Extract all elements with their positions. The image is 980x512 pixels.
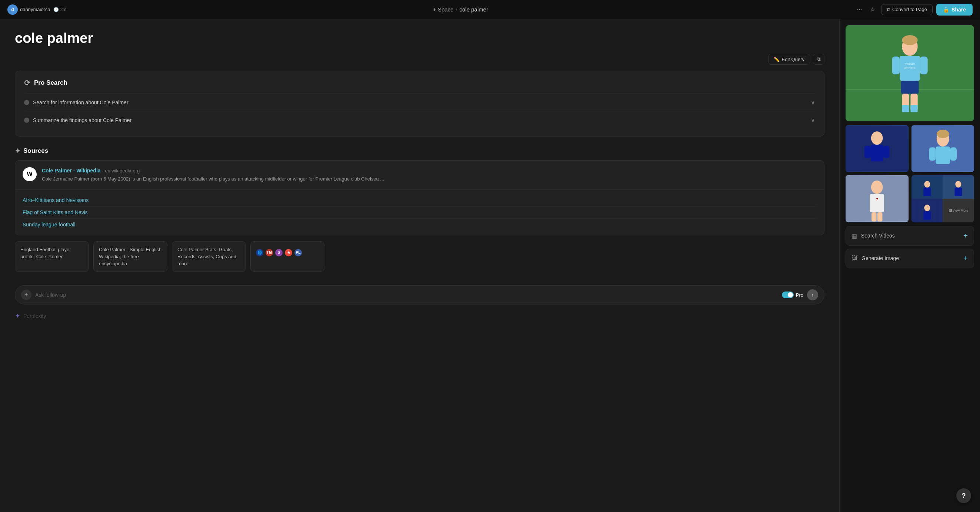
edit-query-button[interactable]: ✏️ Edit Query xyxy=(768,54,810,65)
lock-icon: 🔒 xyxy=(943,7,949,13)
share-label: Share xyxy=(951,7,966,13)
step-1-label: Search for information about Cole Palmer xyxy=(33,100,129,105)
thumb-grid-inner: 🖼 View More xyxy=(912,175,974,222)
step-2-left: Summarize the findings about Cole Palmer xyxy=(24,117,132,123)
pro-toggle-switch[interactable] xyxy=(782,292,794,298)
bookmark-button[interactable]: ☆ xyxy=(868,4,877,15)
image-gen-icon: 🖼 xyxy=(852,255,858,262)
svg-rect-37 xyxy=(955,187,962,196)
svg-point-39 xyxy=(924,204,930,211)
copy-button[interactable]: ⧉ xyxy=(813,54,824,65)
thumb-img-1 xyxy=(846,125,908,172)
send-icon: ↑ xyxy=(811,292,814,298)
help-button[interactable]: ? xyxy=(956,488,971,503)
thumbnail-1[interactable] xyxy=(846,125,908,172)
main-layout: cole palmer ✏️ Edit Query ⧉ ⟳ Pro Search… xyxy=(0,19,980,512)
svg-rect-8 xyxy=(901,81,918,94)
svg-rect-6 xyxy=(892,57,900,75)
svg-point-33 xyxy=(924,181,930,187)
separator: / xyxy=(455,6,457,13)
svg-rect-28 xyxy=(870,194,884,213)
breadcrumb: + Space / cole palmer xyxy=(433,6,488,13)
attach-button[interactable]: + xyxy=(21,290,32,300)
username: dannymaiorca xyxy=(20,7,50,12)
source-card-2[interactable]: Cole Palmer - Simple English Wikipedia, … xyxy=(93,241,167,272)
source-title-row: Cole Palmer - Wikipedia · en.wikipedia.o… xyxy=(42,167,817,174)
perplexity-icon: ✦ xyxy=(15,312,21,320)
edit-query-label: Edit Query xyxy=(782,57,805,62)
pro-label: Pro xyxy=(796,292,803,298)
user-info: d dannymaiorca xyxy=(7,5,50,15)
mini-thumb-2 xyxy=(943,175,974,199)
wikipedia-link[interactable]: Cole Palmer - Wikipedia xyxy=(42,168,101,173)
thumb-img-2 xyxy=(912,125,974,172)
view-more-text: View More xyxy=(953,209,968,212)
svg-rect-7 xyxy=(920,57,928,75)
pro-search-card: ⟳ Pro Search Search for information abou… xyxy=(15,71,824,136)
svg-point-36 xyxy=(956,181,961,187)
convert-label: Convert to Page xyxy=(892,7,927,12)
search-step-2[interactable]: Summarize the findings about Cole Palmer… xyxy=(24,111,815,129)
source-card-4[interactable]: 🌐 TM S ★ PL xyxy=(250,241,325,272)
thumbnail-2[interactable] xyxy=(912,125,974,172)
svg-rect-11 xyxy=(902,105,909,112)
svg-point-27 xyxy=(871,181,883,194)
svg-rect-23 xyxy=(935,146,950,164)
bookmark-icon: ☆ xyxy=(870,6,875,13)
search-videos-label: Search Videos xyxy=(861,233,895,239)
image-icon: 🖼 xyxy=(948,209,952,212)
additional-source-3[interactable]: Sunday league football xyxy=(22,219,817,230)
favicon-stats: S xyxy=(275,249,283,256)
followup-input[interactable] xyxy=(35,292,778,298)
main-image: ETIHAD AIRWAYS xyxy=(846,25,974,121)
edit-query-bar: ✏️ Edit Query ⧉ xyxy=(15,54,824,65)
svg-rect-34 xyxy=(923,187,931,196)
copy-icon: ⧉ xyxy=(817,56,820,62)
space-link[interactable]: + Space xyxy=(433,6,453,13)
ask-followup-bar: + Pro ↑ xyxy=(15,285,824,304)
additional-source-2[interactable]: Flag of Saint Kitts and Nevis xyxy=(22,206,817,219)
more-icon: ··· xyxy=(857,6,862,13)
convert-to-page-button[interactable]: ⧉ Convert to Page xyxy=(881,4,932,15)
share-button[interactable]: 🔒 Share xyxy=(936,4,973,16)
search-videos-button[interactable]: ▦ Search Videos + xyxy=(846,226,974,246)
svg-rect-24 xyxy=(929,147,935,160)
generate-image-button[interactable]: 🖼 Generate Image + xyxy=(846,249,974,268)
view-more-label: 🖼 View More xyxy=(948,209,968,212)
topbar: d dannymaiorca 🕐 2m + Space / cole palme… xyxy=(0,0,980,19)
svg-text:AIRWAYS: AIRWAYS xyxy=(904,67,916,69)
perplexity-label: Perplexity xyxy=(23,313,46,319)
svg-rect-19 xyxy=(883,146,889,159)
additional-source-1[interactable]: Afro–Kittitians and Nevisians xyxy=(22,194,817,206)
pro-search-header: ⟳ Pro Search xyxy=(24,78,815,87)
topbar-actions: ··· ☆ ⧉ Convert to Page 🔒 Share xyxy=(855,4,973,16)
step-2-dot xyxy=(24,117,29,123)
edit-icon: ✏️ xyxy=(774,57,780,62)
pro-toggle: Pro xyxy=(782,292,803,298)
generate-image-plus-icon: + xyxy=(963,254,968,263)
generate-image-label: Generate Image xyxy=(861,255,899,261)
sources-header: ✦ Sources xyxy=(15,147,824,155)
chevron-down-icon: ∨ xyxy=(811,99,815,106)
perplexity-footer: ✦ Perplexity xyxy=(15,312,824,320)
send-button[interactable]: ↑ xyxy=(807,289,818,300)
main-source: W Cole Palmer - Wikipedia · en.wikipedia… xyxy=(15,160,824,190)
source-card-3[interactable]: Cole Palmer Stats, Goals, Records, Assis… xyxy=(172,241,246,272)
left-panel: cole palmer ✏️ Edit Query ⧉ ⟳ Pro Search… xyxy=(0,19,839,512)
more-options-button[interactable]: ··· xyxy=(855,4,864,15)
wikipedia-logo: W xyxy=(22,167,37,181)
svg-point-22 xyxy=(936,130,949,138)
pro-search-title: Pro Search xyxy=(34,79,67,87)
search-step-1[interactable]: Search for information about Cole Palmer… xyxy=(24,93,815,111)
step-1-left: Search for information about Cole Palmer xyxy=(24,100,129,105)
thumb-img-3: 7 xyxy=(846,175,908,222)
sources-card: W Cole Palmer - Wikipedia · en.wikipedia… xyxy=(15,160,824,235)
source-card-1[interactable]: England Football player profile: Cole Pa… xyxy=(15,241,89,272)
svg-rect-40 xyxy=(923,211,931,220)
search-videos-plus-icon: + xyxy=(963,231,968,240)
svg-rect-18 xyxy=(864,146,871,159)
thumbnail-3[interactable]: 7 xyxy=(846,175,908,222)
favicon-tm: TM xyxy=(266,249,273,256)
favicon-pl: PL xyxy=(294,249,302,256)
thumbnail-more[interactable]: 🖼 View More xyxy=(912,175,974,222)
